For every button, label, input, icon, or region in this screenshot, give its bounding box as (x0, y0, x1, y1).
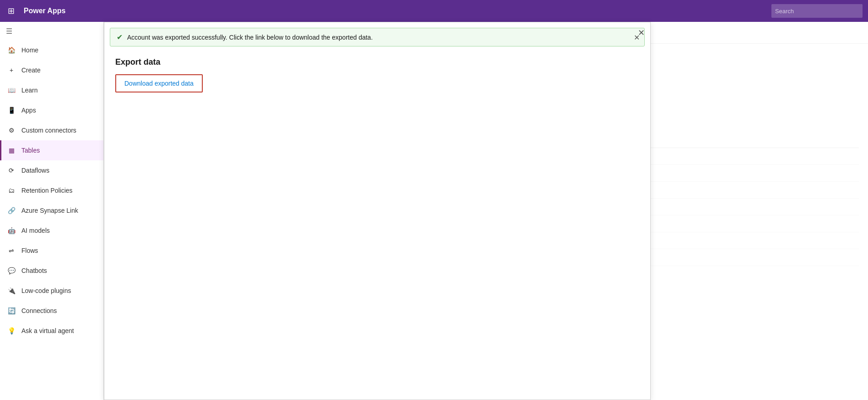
sidebar: ☰ 🏠 Home + Create 📖 Learn 📱 Apps ⚙ Custo… (0, 22, 104, 400)
notification-message: Account was exported successfully. Click… (127, 34, 373, 41)
sidebar-item-low-code-plugins[interactable]: 🔌 Low-code plugins (0, 281, 103, 301)
sidebar-item-learn[interactable]: 📖 Learn (0, 80, 103, 100)
sidebar-item-custom-connectors[interactable]: ⚙ Custom connectors (0, 120, 103, 140)
nav-label-tables: Tables (21, 147, 40, 154)
nav-label-retention-policies: Retention Policies (21, 187, 72, 194)
sidebar-item-connections[interactable]: 🔄 Connections (0, 301, 103, 321)
nav-label-chatbots: Chatbots (21, 267, 47, 274)
success-notification: ✔ Account was exported successfully. Cli… (110, 28, 645, 46)
sidebar-item-flows[interactable]: ⇌ Flows (0, 241, 103, 261)
sidebar-item-chatbots[interactable]: 💬 Chatbots (0, 261, 103, 281)
nav-icon-azure-synapse: 🔗 (7, 206, 16, 215)
nav-icon-flows: ⇌ (7, 246, 16, 255)
nav-icon-custom-connectors: ⚙ (7, 126, 16, 135)
nav-label-ask-agent: Ask a virtual agent (21, 327, 74, 334)
download-exported-data-button[interactable]: Download exported data (115, 74, 203, 92)
sidebar-item-create[interactable]: + Create (0, 60, 103, 80)
nav-icon-chatbots: 💬 (7, 266, 16, 275)
export-section: Export data Download exported data (104, 46, 650, 103)
export-title: Export data (115, 57, 639, 67)
nav-icon-retention-policies: 🗂 (7, 186, 16, 195)
nav-label-apps: Apps (21, 107, 36, 114)
nav-icon-learn: 📖 (7, 86, 16, 95)
nav-label-create: Create (21, 67, 41, 74)
sidebar-collapse-button[interactable]: ☰ (0, 22, 18, 40)
topbar: ⊞ Power Apps (0, 0, 868, 22)
nav-label-learn: Learn (21, 87, 38, 94)
nav-label-connections: Connections (21, 307, 57, 314)
nav-icon-ask-agent: 💡 (7, 326, 16, 335)
nav-label-low-code-plugins: Low-code plugins (21, 287, 71, 294)
download-label: Download exported data (124, 80, 194, 87)
sidebar-item-apps[interactable]: 📱 Apps (0, 100, 103, 120)
nav-icon-connections: 🔄 (7, 306, 16, 315)
app-title: Power Apps (22, 7, 771, 15)
sidebar-item-ask-agent[interactable]: 💡 Ask a virtual agent (0, 321, 103, 341)
panel-close-button[interactable]: ✕ (638, 28, 645, 38)
nav-label-ai-models: AI models (21, 227, 50, 234)
nav-label-azure-synapse: Azure Synapse Link (21, 207, 78, 214)
sidebar-item-retention-policies[interactable]: 🗂 Retention Policies (0, 180, 103, 200)
nav-icon-create: + (7, 66, 16, 75)
search-input[interactable] (771, 4, 863, 18)
nav-label-custom-connectors: Custom connectors (21, 127, 77, 134)
nav-label-flows: Flows (21, 247, 38, 254)
sidebar-item-home[interactable]: 🏠 Home (0, 40, 103, 60)
waffle-icon[interactable]: ⊞ (0, 0, 22, 22)
nav-label-dataflows: Dataflows (21, 167, 49, 174)
nav-label-home: Home (21, 46, 38, 54)
sidebar-item-ai-models[interactable]: 🤖 AI models (0, 221, 103, 241)
export-overlay: ✕ ✔ Account was exported successfully. C… (104, 22, 868, 400)
nav-icon-low-code-plugins: 🔌 (7, 286, 16, 295)
sidebar-item-tables[interactable]: ▦ Tables (0, 140, 103, 160)
nav-icon-home: 🏠 (7, 46, 16, 55)
sidebar-item-dataflows[interactable]: ⟳ Dataflows (0, 160, 103, 180)
sidebar-item-azure-synapse[interactable]: 🔗 Azure Synapse Link (0, 200, 103, 221)
export-panel: ✕ ✔ Account was exported successfully. C… (104, 22, 651, 400)
nav-icon-dataflows: ⟳ (7, 166, 16, 175)
nav-icon-ai-models: 🤖 (7, 226, 16, 235)
nav-icon-tables: ▦ (7, 146, 16, 155)
success-icon: ✔ (117, 33, 123, 41)
nav-icon-apps: 📱 (7, 106, 16, 115)
